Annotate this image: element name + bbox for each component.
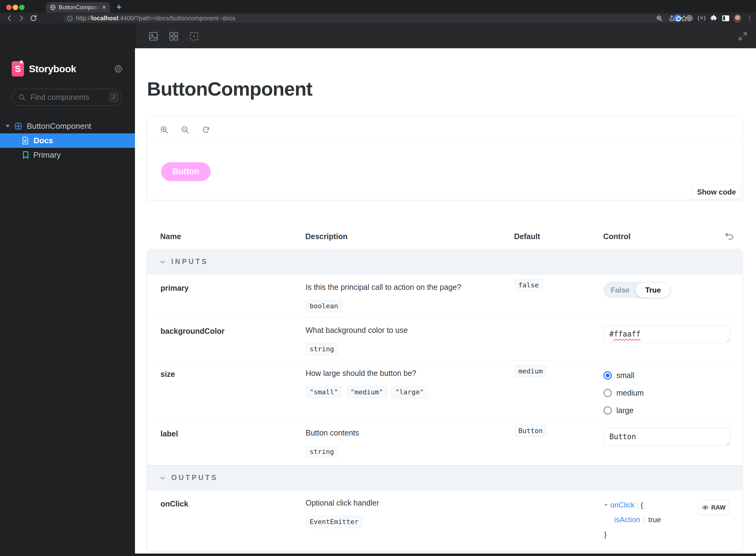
window-close-button[interactable] — [6, 5, 12, 10]
background-image-icon[interactable] — [148, 31, 159, 41]
arg-name: backgroundColor — [147, 317, 306, 360]
url-address-field[interactable]: http://localhost:4400/?path=/docs/button… — [63, 14, 691, 23]
sidebar-item-docs[interactable]: Docs — [0, 133, 135, 148]
argstable-header: Name Description Default Control — [147, 230, 743, 243]
action-object-tree: onClick : { isAction : true } — [604, 497, 661, 542]
json-formatter-extension-icon[interactable]: {≡} — [697, 14, 706, 22]
search-icon — [18, 94, 26, 101]
main-panel: ButtonComponent — [135, 24, 756, 556]
storybook-logo: S — [12, 61, 24, 76]
extensions-puzzle-icon[interactable] — [710, 14, 718, 22]
brand-name: Storybook — [29, 63, 76, 75]
forward-icon[interactable] — [17, 14, 25, 22]
preview-button[interactable]: Button — [161, 162, 211, 181]
page-title: ButtonComponent — [147, 78, 312, 100]
fullscreen-expand-icon[interactable] — [737, 31, 748, 41]
backgroundcolor-text-input[interactable]: #ffaaff — [604, 325, 730, 343]
measure-outline-icon[interactable] — [189, 31, 199, 41]
default-chip: Button — [514, 425, 547, 437]
browser-urlbar: http://localhost:4400/?path=/docs/button… — [0, 12, 756, 24]
zoom-out-icon[interactable] — [180, 125, 190, 134]
search-input[interactable]: Find components / — [12, 89, 122, 106]
object-tree-line[interactable]: onClick : { — [604, 497, 661, 512]
object-tree-line: } — [604, 527, 661, 542]
search-placeholder: Find components — [30, 93, 109, 102]
reset-controls-icon[interactable] — [724, 232, 734, 241]
site-info-icon[interactable] — [67, 15, 73, 22]
section-header-inputs[interactable]: INPUTS — [147, 249, 742, 274]
default-chip: false — [514, 279, 543, 291]
show-code-button[interactable]: Show code — [691, 184, 742, 200]
search-shortcut-key: / — [109, 92, 119, 103]
arg-description: How large should the button be? — [306, 369, 416, 378]
radio-option-medium[interactable]: medium — [604, 386, 644, 400]
size-radio-group: small medium large — [604, 369, 644, 417]
sidebar-item-buttoncomponent[interactable]: ButtonComponent — [0, 119, 135, 133]
boolean-toggle[interactable]: False True — [604, 282, 671, 298]
reload-icon[interactable] — [30, 14, 37, 22]
url-text: http://localhost:4400/?path=/docs/button… — [76, 15, 236, 22]
type-chip: "large" — [391, 386, 428, 398]
type-chip: boolean — [306, 300, 342, 312]
column-header: Description — [305, 232, 514, 241]
zoom-in-icon[interactable] — [160, 125, 169, 134]
type-chip: string — [306, 446, 338, 458]
document-icon — [22, 136, 29, 145]
radio-unchecked-icon[interactable] — [604, 389, 612, 397]
target-extension-icon[interactable] — [686, 14, 694, 22]
radio-checked-icon[interactable] — [604, 371, 612, 380]
sidebar: S Storybook Find components / — [0, 24, 135, 556]
reset-zoom-icon[interactable] — [201, 125, 211, 134]
eye-icon — [702, 504, 709, 511]
table-row-label: label Button contents string Button Butt… — [147, 420, 742, 465]
storybook-toolbar — [135, 24, 756, 48]
new-tab-button[interactable]: + — [116, 2, 122, 12]
table-row-primary: primary Is this the principal call to ac… — [147, 274, 742, 317]
object-tree-line: isAction : true — [604, 512, 661, 527]
window-minimize-button[interactable] — [12, 5, 18, 10]
default-chip: medium — [514, 365, 547, 377]
argstable: INPUTS primary Is this the principal cal… — [147, 249, 743, 552]
radio-option-small[interactable]: small — [604, 369, 644, 382]
gear-icon[interactable] — [113, 64, 123, 74]
sidebar-item-label: Docs — [34, 136, 53, 145]
arg-name: size — [147, 360, 306, 420]
arg-description: Button contents — [306, 428, 359, 438]
toggle-false-option[interactable]: False — [604, 282, 637, 298]
side-panel-icon[interactable] — [722, 14, 729, 22]
sidebar-item-label: ButtonComponent — [27, 121, 91, 131]
password-manager-extension-icon[interactable] — [674, 14, 682, 22]
column-header: Name — [147, 232, 305, 241]
profile-avatar[interactable] — [733, 14, 742, 22]
browser-tab[interactable]: ButtonComponent - Docs · Sto ✕ — [46, 2, 110, 12]
sidebar-item-primary[interactable]: Primary — [0, 148, 135, 162]
column-header: Default — [514, 232, 603, 241]
raw-toggle-button[interactable]: RAW — [698, 500, 729, 515]
radio-unchecked-icon[interactable] — [604, 406, 612, 415]
expander-caret-icon[interactable] — [5, 125, 10, 128]
tab-title: ButtonComponent - Docs · Sto — [59, 4, 101, 11]
page-zoom-icon[interactable] — [656, 15, 663, 22]
table-row-size: size How large should the button be? "sm… — [147, 360, 742, 420]
arg-description: Is this the principal call to action on … — [306, 283, 461, 292]
column-header: Control — [603, 232, 743, 241]
table-row-backgroundcolor: backgroundColor What background color to… — [147, 317, 742, 360]
radio-option-large[interactable]: large — [604, 404, 644, 417]
bookmark-icon — [23, 151, 29, 159]
arg-name: onClick — [147, 490, 306, 552]
storybook-app: S Storybook Find components / — [0, 24, 756, 556]
browser-tabstrip: ButtonComponent - Docs · Sto ✕ + — [0, 0, 756, 12]
back-icon[interactable] — [5, 14, 13, 22]
story-preview: Button Show code — [147, 116, 743, 200]
label-text-input[interactable]: Button — [604, 428, 730, 446]
type-chip: "small" — [306, 386, 342, 398]
window-zoom-button[interactable] — [19, 5, 25, 10]
section-header-outputs[interactable]: OUTPUTS — [147, 465, 742, 490]
grid-icon[interactable] — [169, 31, 179, 41]
component-tree: ButtonComponent Docs Primary — [0, 119, 135, 162]
tree-caret-icon[interactable] — [604, 504, 608, 506]
toggle-true-option[interactable]: True — [635, 282, 671, 298]
chevron-down-icon — [160, 259, 166, 265]
browser-menu-icon[interactable]: ⋮ — [746, 14, 754, 22]
tab-close-icon[interactable]: ✕ — [101, 4, 107, 11]
